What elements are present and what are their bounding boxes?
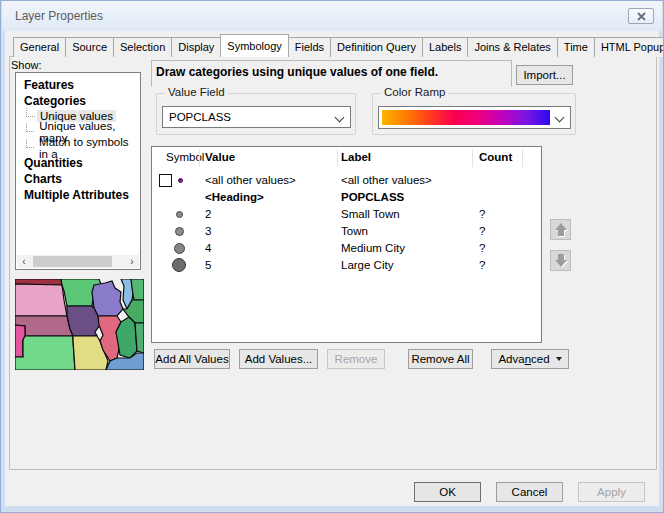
- tab-definition-query[interactable]: Definition Query: [330, 37, 423, 57]
- cell-count: ?: [479, 208, 485, 220]
- color-ramp-group: Color Ramp: [372, 93, 576, 135]
- cell-value: 5: [205, 259, 211, 271]
- tree-item-multiple-attributes[interactable]: Multiple Attributes: [16, 187, 140, 203]
- column-separator: [472, 149, 473, 167]
- cell-label: <all other values>: [341, 174, 432, 186]
- cell-label: Medium City: [341, 242, 405, 254]
- remove-button[interactable]: Remove: [327, 349, 385, 369]
- column-header-value[interactable]: Value: [205, 151, 235, 163]
- value-field-label: Value Field: [165, 86, 228, 98]
- point-symbol-swatch[interactable]: [174, 243, 185, 254]
- map-state-shape: [15, 336, 75, 370]
- add-values-button[interactable]: Add Values...: [239, 349, 318, 369]
- tab-symbology[interactable]: Symbology: [220, 34, 288, 57]
- scroll-thumb[interactable]: [33, 256, 112, 267]
- tree-item-charts[interactable]: Charts: [16, 171, 140, 187]
- color-ramp-label: Color Ramp: [381, 86, 448, 98]
- column-header-count[interactable]: Count: [479, 151, 512, 163]
- panel-heading: Draw categories using unique values of o…: [156, 65, 438, 79]
- tree-item-label: Charts: [21, 172, 65, 186]
- cell-count: ?: [479, 225, 485, 237]
- all-other-values-checkbox[interactable]: [159, 174, 172, 187]
- column-separator: [522, 149, 523, 167]
- move-up-button[interactable]: [550, 219, 571, 240]
- advanced-button[interactable]: Advanced: [491, 349, 569, 369]
- column-header-label[interactable]: Label: [341, 151, 371, 163]
- titlebar[interactable]: Layer Properties: [2, 1, 662, 31]
- map-state-shape: [131, 279, 144, 300]
- move-down-button[interactable]: [550, 250, 571, 271]
- value-field-group: Value Field POPCLASS: [156, 93, 356, 135]
- cell-count: ?: [479, 242, 485, 254]
- tree-item-features[interactable]: Features: [16, 77, 140, 93]
- cell-value: <Heading>: [205, 191, 264, 203]
- unique-values-table[interactable]: SymbolValueLabelCount<all other values><…: [151, 146, 542, 343]
- point-symbol-swatch[interactable]: [178, 178, 183, 183]
- point-symbol-swatch[interactable]: [172, 258, 186, 272]
- cell-label: POPCLASS: [341, 191, 404, 203]
- color-ramp-swatch: [382, 110, 550, 125]
- show-tree: FeaturesCategoriesUnique valuesUnique va…: [15, 72, 141, 270]
- import-button[interactable]: Import...: [516, 65, 573, 85]
- close-button[interactable]: [628, 8, 654, 24]
- window-title: Layer Properties: [15, 1, 103, 31]
- color-ramp-dropdown[interactable]: [378, 106, 571, 129]
- tree-connector: [26, 123, 34, 132]
- arrow-up-icon: [555, 223, 567, 236]
- map-state-shape: [15, 284, 67, 316]
- tab-general[interactable]: General: [13, 37, 66, 57]
- map-state-shape: [92, 281, 123, 316]
- dropdown-caret-icon: [556, 357, 562, 361]
- tab-time[interactable]: Time: [557, 37, 595, 57]
- cell-value: 2: [205, 208, 211, 220]
- advanced-label: Advanced: [498, 353, 549, 365]
- add-all-values-button[interactable]: Add All Values: [154, 349, 230, 369]
- show-label: Show:: [11, 59, 42, 71]
- point-symbol-swatch[interactable]: [175, 227, 184, 236]
- tree-item-categories[interactable]: Categories: [16, 93, 140, 109]
- tree-connector: [26, 108, 35, 117]
- ok-button[interactable]: OK: [414, 482, 481, 502]
- column-separator: [199, 149, 200, 167]
- tree-horizontal-scrollbar[interactable]: ‹›: [17, 255, 139, 268]
- cell-label: Town: [341, 225, 368, 237]
- tab-labels[interactable]: Labels: [422, 37, 468, 57]
- tree-item-label: Categories: [21, 94, 89, 108]
- tree-item-label: Multiple Attributes: [21, 188, 132, 202]
- map-preview: [15, 279, 144, 370]
- tree-item-match-to-symbols-in-a[interactable]: Match to symbols in a: [16, 140, 140, 156]
- layer-properties-dialog: Layer Properties GeneralSourceSelectionD…: [0, 0, 664, 513]
- chevron-down-icon: [335, 113, 345, 123]
- cell-value: 4: [205, 242, 211, 254]
- cell-value: 3: [205, 225, 211, 237]
- tab-selection[interactable]: Selection: [113, 37, 172, 57]
- scroll-right-icon[interactable]: ›: [125, 255, 139, 268]
- cell-count: ?: [479, 259, 485, 271]
- tab-joins-relates[interactable]: Joins & Relates: [467, 37, 557, 57]
- tabstrip: GeneralSourceSelectionDisplaySymbologyFi…: [13, 34, 664, 57]
- cell-value: <all other values>: [205, 174, 296, 186]
- chevron-down-icon: [555, 113, 565, 123]
- apply-button[interactable]: Apply: [578, 482, 645, 502]
- map-preview-image: [15, 279, 144, 370]
- value-field-dropdown[interactable]: POPCLASS: [162, 106, 351, 128]
- tree-connector: [26, 139, 34, 148]
- cell-label: Large City: [341, 259, 393, 271]
- tab-source[interactable]: Source: [65, 37, 114, 57]
- map-state-shape: [67, 306, 100, 336]
- tab-display[interactable]: Display: [171, 37, 221, 57]
- column-separator: [337, 149, 338, 167]
- point-symbol-swatch[interactable]: [176, 211, 183, 218]
- close-icon: [637, 12, 646, 21]
- tab-html-popup[interactable]: HTML Popup: [594, 37, 664, 57]
- scroll-left-icon[interactable]: ‹: [17, 255, 31, 268]
- map-state-shape: [135, 323, 144, 353]
- arrow-down-icon: [555, 254, 567, 267]
- remove-all-button[interactable]: Remove All: [408, 349, 473, 369]
- tree-item-label: Quantities: [21, 156, 86, 170]
- cancel-button[interactable]: Cancel: [496, 482, 563, 502]
- value-field-value: POPCLASS: [169, 111, 231, 123]
- tab-fields[interactable]: Fields: [288, 37, 331, 57]
- cell-label: Small Town: [341, 208, 400, 220]
- tree-item-label: Features: [21, 78, 77, 92]
